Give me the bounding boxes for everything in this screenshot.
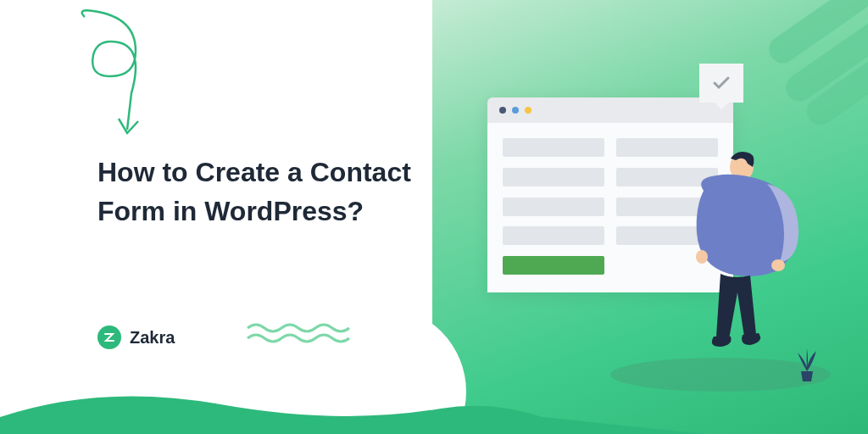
- hero-graphic: How to Create a Contact Form in WordPres…: [0, 0, 868, 434]
- window-dot-icon: [499, 107, 506, 114]
- form-field-placeholder: [503, 226, 604, 245]
- window-dot-icon: [512, 107, 519, 114]
- checkmark-callout: [699, 64, 743, 103]
- form-field-placeholder: [503, 138, 604, 157]
- check-icon: [712, 75, 731, 91]
- browser-titlebar: [487, 97, 733, 123]
- svg-point-1: [771, 259, 785, 271]
- logo-mark-icon: [97, 326, 121, 349]
- brand-logo: Zakra: [97, 326, 175, 349]
- svg-point-2: [696, 250, 708, 264]
- form-field-placeholder: [503, 198, 604, 216]
- person-illustration: [670, 148, 805, 386]
- form-field-placeholder: [503, 168, 604, 186]
- page-title: How to Create a Contact Form in WordPres…: [97, 153, 420, 231]
- curly-arrow-icon: [72, 4, 165, 144]
- window-dot-icon: [525, 107, 531, 114]
- wavy-lines-icon: [246, 321, 356, 345]
- form-submit-placeholder: [503, 256, 604, 275]
- brand-name: Zakra: [130, 328, 175, 348]
